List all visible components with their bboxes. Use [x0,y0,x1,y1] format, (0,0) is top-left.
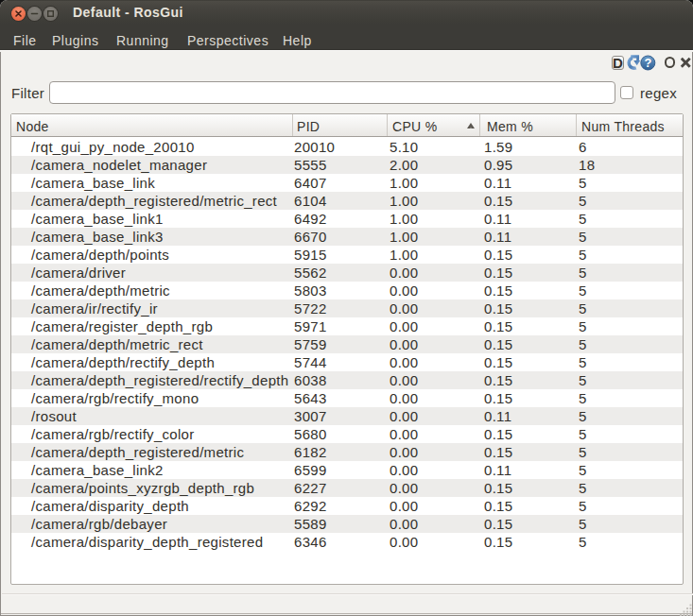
svg-text:?: ? [644,56,651,70]
